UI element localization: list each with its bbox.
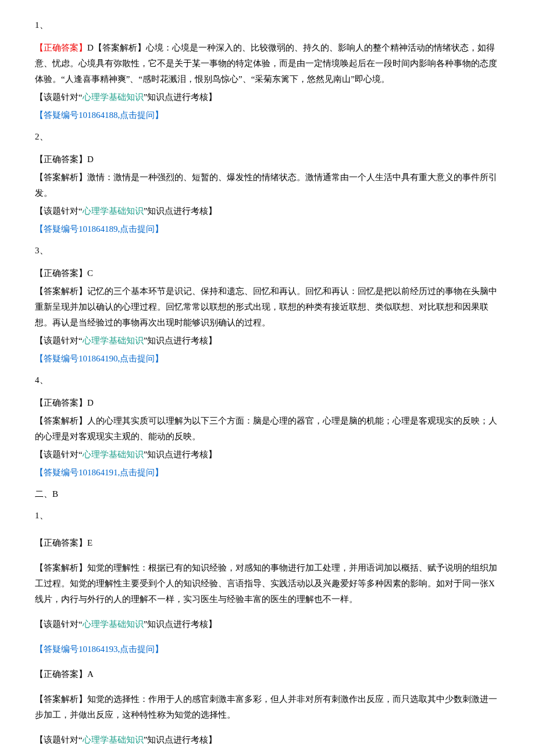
question-1: 1、 【正确答案】D【答案解析】心境：心境是一种深入的、比较微弱的、持久的、影响… — [35, 17, 500, 123]
section-b-answer-1: 【正确答案】E 【答案解析】知觉的理解性：根据已有的知识经验，对感知的事物进行加… — [35, 535, 500, 657]
section-2-q1-num: 1、 — [35, 508, 500, 524]
b1-answer: 【正确答案】E — [35, 535, 500, 551]
topic-name: 心理学基础知识 — [83, 735, 144, 744]
topic-name: 心理学基础知识 — [83, 206, 144, 216]
question-4-answer: 【正确答案】D — [35, 395, 500, 411]
topic-suffix: ”知识点进行考核】 — [144, 619, 217, 629]
question-3-explanation: 【答案解析】记忆的三个基本环节是识记、保持和遗忘、回忆和再认。回忆和再认：回忆是… — [35, 284, 500, 331]
topic-prefix: 【该题针对“ — [35, 336, 83, 345]
b1-explanation: 【答案解析】知觉的理解性：根据已有的知识经验，对感知的事物进行加工处理，并用语词… — [35, 560, 500, 607]
section-2-question-1: 1、 — [35, 508, 500, 524]
section-2-header: 二、B — [35, 486, 500, 502]
question-2-num: 2、 — [35, 129, 500, 145]
topic-prefix: 【该题针对“ — [35, 206, 83, 216]
answer-label: 【正确答案】 — [35, 43, 87, 52]
section-b-answer-2: 【正确答案】A 【答案解析】知觉的选择性：作用于人的感官刺激丰富多彩，但人并非对… — [35, 667, 500, 748]
b2-answer: 【正确答案】A — [35, 667, 500, 682]
question-3-num: 3、 — [35, 243, 500, 259]
topic-prefix: 【该题针对“ — [35, 619, 83, 629]
topic-prefix: 【该题针对“ — [35, 735, 83, 744]
b2-explanation: 【答案解析】知觉的选择性：作用于人的感官刺激丰富多彩，但人并非对所有刺激作出反应… — [35, 691, 500, 723]
question-3-answer: 【正确答案】C — [35, 266, 500, 281]
topic-suffix: ”知识点进行考核】 — [144, 450, 217, 459]
topic-prefix: 【该题针对“ — [35, 92, 83, 102]
question-4-explanation: 【答案解析】人的心理其实质可以理解为以下三个方面：脑是心理的器官，心理是脑的机能… — [35, 413, 500, 445]
question-1-topic: 【该题针对“心理学基础知识”知识点进行考核】 — [35, 89, 500, 105]
topic-name: 心理学基础知识 — [83, 619, 144, 629]
question-4-link[interactable]: 【答疑编号101864191,点击提问】 — [35, 465, 500, 481]
question-2-topic: 【该题针对“心理学基础知识”知识点进行考核】 — [35, 203, 500, 219]
topic-name: 心理学基础知识 — [83, 92, 144, 102]
question-4-num: 4、 — [35, 372, 500, 388]
question-4-topic: 【该题针对“心理学基础知识”知识点进行考核】 — [35, 447, 500, 463]
topic-suffix: ”知识点进行考核】 — [144, 336, 217, 345]
question-3-link[interactable]: 【答疑编号101864190,点击提问】 — [35, 351, 500, 367]
topic-suffix: ”知识点进行考核】 — [144, 206, 217, 216]
topic-prefix: 【该题针对“ — [35, 450, 83, 459]
question-3: 3、 【正确答案】C 【答案解析】记忆的三个基本环节是识记、保持和遗忘、回忆和再… — [35, 243, 500, 367]
explanation-label: 【答案解析】 — [94, 43, 146, 52]
topic-suffix: ”知识点进行考核】 — [144, 735, 217, 744]
question-4: 4、 【正确答案】D 【答案解析】人的心理其实质可以理解为以下三个方面：脑是心理… — [35, 372, 500, 481]
b2-topic: 【该题针对“心理学基础知识”知识点进行考核】 — [35, 732, 500, 748]
question-1-num: 1、 — [35, 17, 500, 33]
question-2-answer: 【正确答案】D — [35, 152, 500, 167]
question-1-answer-explanation: 【正确答案】D【答案解析】心境：心境是一种深入的、比较微弱的、持久的、影响人的整… — [35, 40, 500, 87]
topic-name: 心理学基础知识 — [83, 450, 144, 459]
b1-topic: 【该题针对“心理学基础知识”知识点进行考核】 — [35, 617, 500, 632]
question-3-topic: 【该题针对“心理学基础知识”知识点进行考核】 — [35, 333, 500, 349]
question-1-link[interactable]: 【答疑编号101864188,点击提问】 — [35, 108, 500, 123]
topic-name: 心理学基础知识 — [83, 336, 144, 345]
answer-letter: D — [87, 43, 94, 52]
question-2: 2、 【正确答案】D 【答案解析】激情：激情是一种强烈的、短暂的、爆发性的情绪状… — [35, 129, 500, 237]
question-2-link[interactable]: 【答疑编号101864189,点击提问】 — [35, 221, 500, 237]
topic-suffix: ”知识点进行考核】 — [144, 92, 217, 102]
question-2-explanation: 【答案解析】激情：激情是一种强烈的、短暂的、爆发性的情绪状态。激情通常由一个人生… — [35, 170, 500, 201]
b1-link[interactable]: 【答疑编号101864193,点击提问】 — [35, 642, 500, 657]
